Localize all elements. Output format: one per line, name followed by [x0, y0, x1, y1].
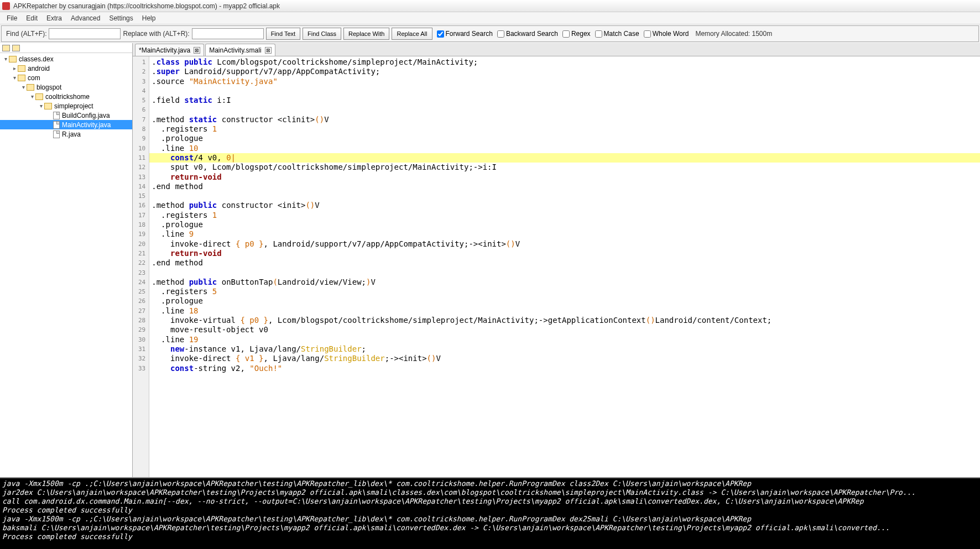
- menu-edit[interactable]: Edit: [22, 13, 42, 23]
- replace-all-button[interactable]: Replace All: [392, 28, 432, 40]
- menu-settings[interactable]: Settings: [105, 13, 137, 23]
- folder-icon[interactable]: [2, 45, 10, 51]
- code-line[interactable]: new-instance v1, Ljava/lang/StringBuilde…: [149, 344, 980, 354]
- code-line[interactable]: const-string v2, "Ouch!": [149, 364, 980, 373]
- expander-icon[interactable]: ▾: [2, 56, 9, 62]
- code-line[interactable]: .registers 5: [149, 287, 980, 296]
- code-line[interactable]: [149, 191, 980, 201]
- console-line: jar2dex C:\Users\anjain\workspace\APKRep…: [2, 488, 978, 497]
- code-line[interactable]: return-void: [149, 249, 980, 258]
- tab-mainactivity-smali[interactable]: MainActivity.smali ⊠: [205, 44, 275, 56]
- whole-word-checkbox[interactable]: Whole Word: [644, 30, 689, 38]
- code-line[interactable]: return-void: [149, 172, 980, 182]
- tab-label: *MainActivity.java: [139, 46, 190, 54]
- code-lines[interactable]: .class public Lcom/blogspot/cooltricksho…: [149, 56, 980, 477]
- tree-label: com: [28, 74, 40, 82]
- tabs: *MainActivity.java ⊠ MainActivity.smali …: [133, 43, 980, 56]
- replace-label: Replace with (ALT+R):: [123, 30, 189, 38]
- tree-blogspot[interactable]: ▾ blogspot: [0, 82, 132, 92]
- match-case-checkbox[interactable]: Match Case: [595, 30, 639, 38]
- expander-icon[interactable]: ▾: [38, 103, 44, 109]
- toolbar: Find (ALT+F): Replace with (ALT+R): Find…: [1, 25, 979, 42]
- code-line[interactable]: [149, 268, 980, 278]
- code-line[interactable]: .method public onButtonTap(Landroid/view…: [149, 278, 980, 287]
- memory-label: Memory Allocated: 1500m: [695, 30, 772, 38]
- folder-icon: [44, 103, 52, 109]
- code-line[interactable]: [149, 105, 980, 114]
- menu-advanced[interactable]: Advanced: [66, 13, 105, 23]
- gutter: 1234567891011121314151617181920212223242…: [133, 56, 149, 477]
- window-title: APKRepatcher by csanuragjain (https://co…: [13, 2, 280, 10]
- code-line[interactable]: .source "MainActivity.java": [149, 77, 980, 86]
- code-line[interactable]: [149, 86, 980, 96]
- replace-input[interactable]: [192, 28, 264, 39]
- code-editor[interactable]: 1234567891011121314151617181920212223242…: [133, 56, 980, 477]
- folder-open-icon[interactable]: [12, 45, 20, 51]
- tree-cooltrickshome[interactable]: ▾ cooltrickshome: [0, 92, 132, 101]
- tree-mainactivity[interactable]: MainActivity.java: [0, 120, 132, 129]
- menu-file[interactable]: File: [2, 13, 22, 23]
- code-line[interactable]: .method static constructor <clinit>()V: [149, 115, 980, 124]
- code-line[interactable]: .prologue: [149, 296, 980, 306]
- find-input[interactable]: [49, 28, 121, 39]
- expander-icon[interactable]: ▾: [20, 84, 27, 90]
- tree-label: R.java: [62, 130, 81, 138]
- code-line[interactable]: .line 10: [149, 144, 980, 153]
- file-icon: [53, 112, 60, 119]
- menu-extra[interactable]: Extra: [42, 13, 66, 23]
- code-line[interactable]: invoke-direct { v1 }, Ljava/lang/StringB…: [149, 354, 980, 363]
- code-line[interactable]: .field static i:I: [149, 96, 980, 105]
- code-line[interactable]: .prologue: [149, 134, 980, 143]
- tree-label: simpleproject: [54, 102, 93, 110]
- folder-icon: [9, 56, 17, 62]
- expander-icon[interactable]: ▸: [11, 65, 18, 71]
- tree-simpleproject[interactable]: ▾ simpleproject: [0, 101, 132, 111]
- code-line[interactable]: .super Landroid/support/v7/app/AppCompat…: [149, 67, 980, 76]
- code-line[interactable]: .class public Lcom/blogspot/cooltricksho…: [149, 57, 980, 67]
- code-line[interactable]: .prologue: [149, 220, 980, 229]
- tree-buildconfig[interactable]: BuildConfig.java: [0, 111, 132, 120]
- tree-r[interactable]: R.java: [0, 129, 132, 139]
- folder-icon: [35, 93, 43, 100]
- code-line[interactable]: .registers 1: [149, 211, 980, 220]
- code-line[interactable]: .line 18: [149, 306, 980, 316]
- code-line[interactable]: invoke-direct { p0 }, Landroid/support/v…: [149, 239, 980, 249]
- code-line[interactable]: .end method: [149, 258, 980, 268]
- console-line: Process completed successfully: [2, 532, 978, 541]
- console-line: call com.android.dx.command.Main.main[--…: [2, 497, 978, 506]
- tree-root[interactable]: ▾ classes.dex: [0, 54, 132, 64]
- replace-with-button[interactable]: Replace With: [343, 28, 389, 40]
- code-line[interactable]: sput v0, Lcom/blogspot/cooltrickshome/si…: [149, 163, 980, 172]
- tree-label: MainActivity.java: [62, 121, 111, 129]
- menubar: File Edit Extra Advanced Settings Help: [0, 12, 980, 24]
- code-line[interactable]: .end method: [149, 182, 980, 191]
- code-line[interactable]: const/4 v0, 0|: [149, 153, 980, 163]
- forward-search-checkbox[interactable]: Forward Search: [437, 30, 493, 38]
- file-tree: ▾ classes.dex ▸ android ▾ com ▾: [0, 53, 132, 477]
- code-line[interactable]: invoke-virtual { p0 }, Lcom/blogspot/coo…: [149, 316, 980, 325]
- folder-icon: [18, 65, 25, 72]
- tree-com[interactable]: ▾ com: [0, 73, 132, 82]
- find-class-button[interactable]: Find Class: [303, 28, 341, 40]
- tree-label: android: [28, 65, 50, 72]
- code-line[interactable]: .registers 1: [149, 124, 980, 134]
- code-line[interactable]: .line 9: [149, 229, 980, 239]
- menu-help[interactable]: Help: [138, 13, 160, 23]
- sidebar-toolbar: [0, 43, 132, 53]
- backward-search-checkbox[interactable]: Backward Search: [497, 30, 558, 38]
- close-icon[interactable]: ⊠: [265, 47, 272, 54]
- tree-label: blogspot: [37, 83, 61, 91]
- code-line[interactable]: move-result-object v0: [149, 325, 980, 334]
- expander-icon[interactable]: ▾: [29, 93, 35, 100]
- find-text-button[interactable]: Find Text: [266, 28, 300, 40]
- tree-android[interactable]: ▸ android: [0, 64, 132, 73]
- close-icon[interactable]: ⊠: [194, 47, 200, 54]
- expander-icon[interactable]: ▾: [11, 75, 18, 81]
- code-line[interactable]: .line 19: [149, 335, 980, 344]
- regex-checkbox[interactable]: Regex: [562, 30, 591, 38]
- console-line: Process completed successfully: [2, 506, 978, 515]
- code-line[interactable]: .method public constructor <init>()V: [149, 201, 980, 210]
- console-line: java -Xmx1500m -cp .;C:\Users\anjain\wor…: [2, 479, 978, 488]
- console-line: baksmali C:\Users\anjain\workspace\APKRe…: [2, 524, 978, 532]
- tab-mainactivity-java[interactable]: *MainActivity.java ⊠: [135, 44, 204, 56]
